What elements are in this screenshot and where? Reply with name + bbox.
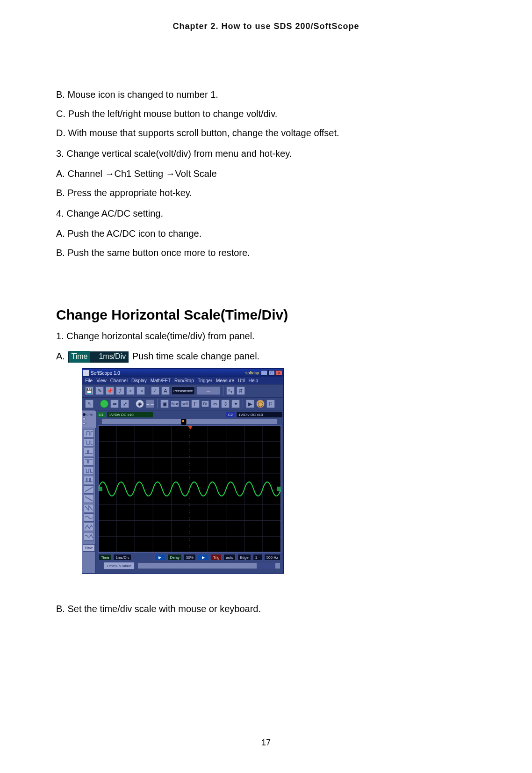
ch2-info[interactable]: 1V/Div DC x10 — [237, 412, 282, 417]
stop-indicator-icon[interactable]: ◉ — [136, 400, 144, 408]
persistence-slider[interactable]: — — [197, 386, 220, 395]
close-button[interactable]: × — [276, 370, 282, 376]
slider-thumb[interactable] — [181, 419, 187, 425]
waveform-pulse-down-icon[interactable] — [84, 457, 94, 466]
delay-value[interactable]: 50% — [184, 554, 196, 561]
horizontal-position-slider[interactable] — [101, 419, 278, 424]
delay-right-button[interactable]: ▶ — [198, 554, 209, 561]
maximize-button[interactable]: □ — [268, 370, 275, 376]
group2-icon[interactable]: ⇵ — [237, 386, 245, 395]
mode-option-2[interactable]: · — [83, 417, 96, 422]
menu-file[interactable]: File — [85, 378, 93, 383]
waveform-square-wide-icon[interactable] — [84, 467, 94, 475]
menu-util[interactable]: Util — [238, 378, 244, 383]
horiz-a-suffix: Push time scale change panel. — [132, 351, 259, 361]
persistence-panel[interactable]: Persistence — [172, 386, 195, 395]
minimize-button[interactable]: _ — [261, 370, 267, 376]
toolbar-separator — [243, 399, 243, 408]
record-icon[interactable]: ◯ — [256, 400, 265, 408]
delay-left-button[interactable]: ▶ — [154, 554, 165, 561]
dt-button[interactable]: Dt — [201, 401, 209, 407]
ch1-info[interactable]: 1V/Div DC x10 — [107, 412, 153, 417]
open-icon[interactable]: ⤴ — [116, 386, 124, 395]
menu-runstop[interactable]: Run/Stop — [174, 378, 194, 383]
dash-icon[interactable]: – – — [146, 400, 154, 408]
zoom-all-icon[interactable]: ⤢ — [121, 400, 129, 408]
waveform-saw-down-icon[interactable] — [84, 504, 94, 512]
s3a-pre: A. Channel — [56, 168, 105, 179]
cut-icon[interactable]: ✂ — [211, 400, 219, 408]
scope-grid — [98, 426, 281, 552]
page-icon[interactable]: ▫ — [126, 386, 135, 395]
measure-icon[interactable]: ⇕ — [221, 400, 230, 408]
section3-title: 3. Change vertical scale(volt/div) from … — [56, 146, 476, 161]
section-heading-horizontal: Change Horizontal Scale(Time/Div) — [56, 307, 476, 323]
waveform-ramp-up-icon[interactable] — [84, 485, 94, 494]
menu-view[interactable]: View — [96, 378, 107, 383]
s3a-post: Volt Scale — [175, 168, 217, 179]
titlebar-status: softdsp — [245, 371, 259, 375]
delay-label[interactable]: Delay — [167, 554, 181, 561]
waveform-triangle-icon[interactable] — [84, 523, 94, 531]
waveform-mixed-icon[interactable] — [84, 532, 94, 540]
softscope-window: SoftScope 1.0 softdsp _ □ × File View Ch… — [82, 368, 284, 574]
snapshot-icon[interactable]: ▣ — [160, 400, 169, 408]
time-scale-badge[interactable]: Time 1ms/Div — [68, 351, 129, 363]
normal-mode-button[interactable]: Nor — [171, 401, 179, 407]
play-icon[interactable]: ▶ — [246, 400, 254, 408]
group1-icon[interactable]: ⇆ — [226, 386, 235, 395]
s3a-mid: Ch1 Setting — [115, 168, 166, 179]
page-number: 17 — [0, 738, 532, 748]
edit-icon[interactable]: ✎ — [95, 386, 104, 395]
left-toolbar: one · · New — [82, 410, 96, 573]
horiz-a: A. Time 1ms/Div Push time scale change p… — [56, 349, 476, 364]
pin-icon[interactable]: 📌 — [106, 386, 114, 395]
menubar: File View Channel Display Math/FFT Run/S… — [82, 377, 283, 384]
time-div-value[interactable]: 1ms/Div — [113, 554, 131, 561]
channel-info-bar: C1 1V/Div DC x10 C2 1V/Div DC x10 — [97, 411, 282, 418]
ch2-badge[interactable]: C2 — [226, 412, 235, 417]
trigger-type[interactable]: Edge — [237, 554, 251, 561]
menu-channel[interactable]: Channel — [110, 378, 128, 383]
oscilloscope-display[interactable] — [98, 425, 281, 553]
menu-display[interactable]: Display — [131, 378, 147, 383]
time-badge-value: 1ms/Div — [99, 351, 128, 363]
run-indicator-icon[interactable] — [100, 400, 108, 408]
star-icon[interactable]: ✦ — [231, 400, 240, 408]
mode-option-3[interactable]: · — [83, 421, 96, 426]
horiz-line1: 1. Change horizontal scale(time/div) fro… — [56, 328, 476, 343]
waveform-square-up-icon[interactable] — [84, 429, 94, 438]
time-label[interactable]: Time — [99, 554, 111, 561]
menu-measure[interactable]: Measure — [216, 378, 234, 383]
zoom-h-icon[interactable]: ⇔ — [110, 400, 119, 408]
trigger-source[interactable]: 1 — [253, 554, 262, 561]
waveform-sine-icon[interactable] — [84, 513, 94, 522]
trigger-mode[interactable]: auto — [223, 554, 236, 561]
bottom-row-2: Time/Div value — [97, 561, 282, 571]
fft-button[interactable]: F — [191, 400, 200, 408]
soft-mode-button[interactable]: soft — [181, 401, 189, 407]
scrollbar-thumb[interactable] — [257, 563, 275, 569]
menu-help[interactable]: Help — [248, 378, 258, 383]
waveform-pulse-pair-icon[interactable] — [84, 476, 94, 484]
waveform-pulse-up-icon[interactable] — [84, 448, 94, 456]
ch1-badge[interactable]: C1 — [97, 412, 105, 417]
waveform-square-down-icon[interactable] — [84, 438, 94, 447]
autoset-button[interactable]: A — [161, 386, 170, 395]
titlebar[interactable]: SoftScope 1.0 softdsp _ □ × — [82, 369, 283, 377]
waveform-ramp-down-icon[interactable] — [84, 495, 94, 503]
mode-option-1[interactable]: one — [83, 412, 96, 417]
menu-mathfft[interactable]: Math/FFT — [151, 378, 171, 383]
cursor-icon[interactable]: ↖ — [85, 400, 93, 408]
menu-trigger[interactable]: Trigger — [198, 378, 212, 383]
trigger-label[interactable]: Trig — [211, 554, 222, 561]
invert-icon[interactable]: ⁄ — [151, 386, 159, 395]
save-icon[interactable]: 💾 — [85, 386, 93, 395]
ruler-icon[interactable]: ⇥ — [137, 386, 145, 395]
content-area: one · · New C1 — [82, 410, 283, 573]
toolbar-separator — [157, 399, 158, 408]
new-button[interactable]: New — [83, 544, 95, 552]
horizontal-scrollbar[interactable] — [137, 562, 280, 569]
section4-b: B. Push the same button once more to res… — [56, 246, 476, 260]
flag-icon[interactable]: ⚐ — [266, 400, 275, 408]
